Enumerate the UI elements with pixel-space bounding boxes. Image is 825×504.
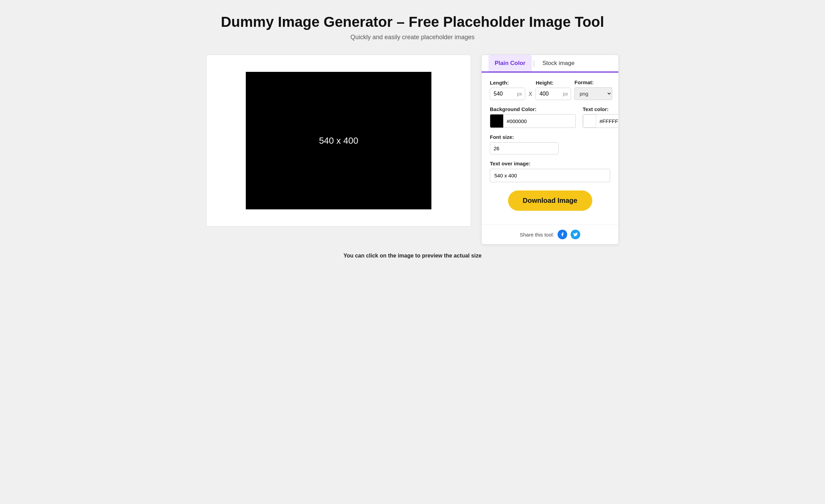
bg-color-swatch[interactable] (490, 114, 503, 128)
controls-body: Length: px X Height: px Format: (482, 73, 618, 224)
facebook-icon[interactable] (558, 230, 567, 239)
font-size-label: Font size: (490, 134, 514, 140)
share-bar: Share this tool: (482, 224, 618, 244)
length-input-wrapper: px (490, 88, 525, 100)
text-color-field-group: Text color: (583, 106, 619, 128)
height-label: Height: (536, 80, 571, 86)
main-content: 540 x 400 Plain Color | Stock image Leng… (206, 55, 619, 244)
format-label: Format: (574, 79, 612, 85)
bg-color-label: Background Color: (490, 106, 576, 112)
page-subtitle: Quickly and easily create placeholder im… (7, 34, 818, 41)
font-size-input[interactable] (490, 143, 559, 154)
bg-color-field-group: Background Color: (490, 106, 576, 128)
controls-panel: Plain Color | Stock image Length: px X H… (481, 55, 619, 244)
image-preview-text: 540 x 400 (319, 135, 358, 146)
length-field-group: Length: px (490, 80, 525, 100)
font-size-input-wrapper: px (490, 142, 559, 154)
bg-color-input[interactable] (503, 116, 575, 127)
font-size-row: Font size: px (490, 134, 610, 154)
text-color-input[interactable] (596, 116, 619, 127)
tab-stock-image[interactable]: Stock image (536, 55, 581, 72)
tab-plain-color[interactable]: Plain Color (488, 55, 532, 72)
bottom-note: You can click on the image to preview th… (7, 253, 818, 259)
height-field-group: Height: px (536, 80, 571, 100)
x-separator: X (529, 91, 532, 97)
download-button[interactable]: Download Image (508, 190, 592, 211)
height-input[interactable] (536, 88, 560, 100)
image-preview[interactable]: 540 x 400 (246, 72, 431, 209)
share-label: Share this tool: (520, 232, 554, 238)
text-over-label: Text over image: (490, 161, 530, 166)
tabs-bar: Plain Color | Stock image (482, 55, 618, 73)
length-input[interactable] (490, 88, 514, 100)
twitter-icon[interactable] (571, 230, 580, 239)
length-label: Length: (490, 80, 525, 86)
page-title: Dummy Image Generator – Free Placeholder… (7, 14, 818, 30)
format-field-group: Format: png jpg gif webp (574, 79, 612, 100)
text-over-input[interactable] (490, 169, 610, 182)
bg-color-input-wrapper (490, 114, 576, 128)
text-color-input-wrapper (583, 114, 619, 128)
preview-panel: 540 x 400 (206, 55, 471, 227)
text-color-swatch[interactable] (583, 114, 596, 128)
tab-divider: | (533, 59, 535, 67)
format-select[interactable]: png jpg gif webp (574, 87, 612, 100)
text-over-row: Text over image: (490, 161, 610, 182)
dimensions-row: Length: px X Height: px Format: (490, 79, 610, 100)
text-color-label: Text color: (583, 106, 619, 112)
length-unit: px (514, 88, 525, 99)
color-row: Background Color: Text color: (490, 106, 610, 128)
height-input-wrapper: px (536, 88, 571, 100)
height-unit: px (560, 88, 571, 99)
